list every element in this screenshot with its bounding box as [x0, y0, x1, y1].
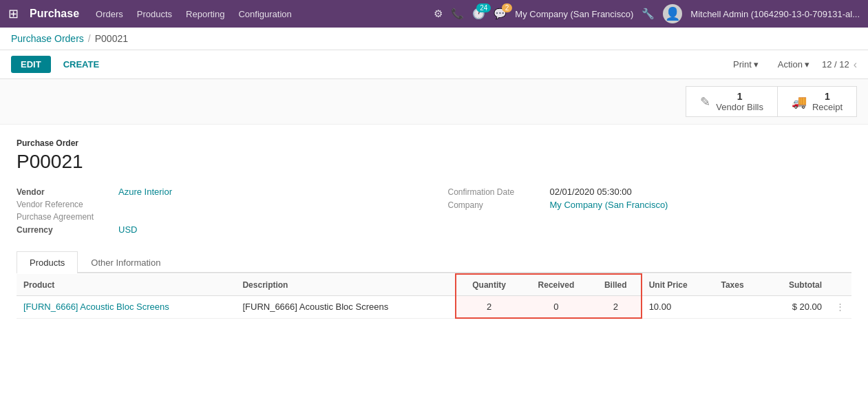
app-grid-icon[interactable]: ⊞ [8, 6, 19, 21]
pagination-text: 12 / 12 [822, 59, 849, 70]
clock-icon[interactable]: 🕐 24 [472, 8, 485, 20]
col-product: Product [17, 274, 235, 296]
vendor-ref-field: Vendor Reference [17, 200, 421, 209]
row-taxes [714, 296, 764, 319]
notifications-badge: 24 [476, 3, 491, 12]
confirmation-date-value: 02/01/2020 05:30:00 [550, 187, 632, 197]
confirmation-date-label: Confirmation Date [448, 187, 544, 197]
vendor-bills-button[interactable]: ✎ 1 Vendor Bills [686, 86, 777, 117]
messages-badge: 2 [502, 3, 513, 12]
vendor-bills-icon: ✎ [700, 94, 710, 109]
col-quantity: Quantity [456, 274, 522, 296]
col-subtotal: Subtotal [764, 274, 829, 296]
print-button[interactable]: Print ▾ [726, 56, 765, 73]
settings-icon[interactable]: ⚙ [434, 8, 443, 20]
company-selector[interactable]: My Company (San Francisco) [515, 9, 633, 19]
nav-configuration[interactable]: Configuration [238, 9, 291, 19]
table-row: [FURN_6666] Acoustic Bloc Screens [FURN_… [17, 296, 851, 319]
po-number: P00021 [17, 151, 851, 173]
user-name: Mitchell Admin (1064290-13-0-709131-al..… [690, 9, 860, 19]
nav-links: Orders Products Reporting Configuration [96, 9, 423, 19]
col-actions [829, 274, 851, 296]
pagination-prev-icon[interactable]: ‹ [854, 59, 857, 71]
col-billed: Billed [591, 274, 642, 296]
vendor-bills-count: 1 [716, 91, 763, 102]
row-description: [FURN_6666] Acoustic Bloc Screens [235, 296, 456, 319]
phone-icon[interactable]: 📞 [451, 8, 464, 20]
create-button[interactable]: CREATE [56, 56, 106, 73]
row-menu[interactable]: ⋮ [829, 296, 851, 319]
vendor-ref-label: Vendor Reference [17, 200, 113, 209]
vendor-value[interactable]: Azure Interior [118, 187, 172, 197]
print-dropdown-icon: ▾ [754, 59, 759, 70]
user-avatar[interactable]: 👤 [663, 4, 682, 23]
breadcrumb-parent[interactable]: Purchase Orders [11, 33, 84, 44]
company-value[interactable]: My Company (San Francisco) [550, 200, 668, 210]
nav-orders[interactable]: Orders [96, 9, 123, 19]
row-unit-price: 10.00 [642, 296, 714, 319]
row-subtotal: $ 20.00 [764, 296, 829, 319]
action-button[interactable]: Action ▾ [771, 56, 816, 73]
products-table: Product Description Quantity Received Bi… [17, 273, 851, 319]
form-content: Purchase Order P00021 Vendor Azure Inter… [0, 125, 868, 333]
currency-label: Currency [17, 225, 113, 235]
action-dropdown-icon: ▾ [805, 59, 809, 70]
smart-buttons-bar: ✎ 1 Vendor Bills 🚚 1 Receipt [0, 79, 868, 125]
company-field: Company My Company (San Francisco) [448, 200, 852, 210]
chat-icon[interactable]: 💬 2 [494, 8, 507, 20]
tab-products[interactable]: Products [17, 251, 78, 273]
row-billed: 2 [591, 296, 642, 319]
po-label: Purchase Order [17, 138, 851, 148]
edit-button[interactable]: EDIT [11, 56, 51, 73]
vendor-field: Vendor Azure Interior [17, 187, 421, 197]
purchase-agreement-field: Purchase Agreement [17, 212, 421, 222]
tab-other-information[interactable]: Other Information [78, 251, 173, 273]
col-received: Received [522, 274, 591, 296]
receipt-count: 1 [812, 91, 843, 102]
form-left: Vendor Azure Interior Vendor Reference P… [17, 187, 421, 238]
breadcrumb: Purchase Orders / P00021 [0, 28, 868, 50]
form-grid: Vendor Azure Interior Vendor Reference P… [17, 187, 851, 238]
purchase-agreement-label: Purchase Agreement [17, 212, 113, 222]
currency-field: Currency USD [17, 224, 421, 235]
breadcrumb-separator: / [88, 33, 91, 44]
nav-reporting[interactable]: Reporting [186, 9, 224, 19]
nav-products[interactable]: Products [137, 9, 172, 19]
row-quantity: 2 [456, 296, 522, 319]
col-description: Description [235, 274, 456, 296]
wrench-icon[interactable]: 🔧 [642, 8, 655, 20]
app-name: Purchase [30, 8, 79, 20]
pagination: 12 / 12 ‹ [822, 59, 857, 71]
table-header: Product Description Quantity Received Bi… [17, 274, 851, 296]
receipt-icon: 🚚 [792, 94, 807, 109]
toolbar: EDIT CREATE Print ▾ Action ▾ 12 / 12 ‹ [0, 50, 868, 79]
row-received: 0 [522, 296, 591, 319]
vendor-bills-label: Vendor Bills [716, 102, 763, 112]
breadcrumb-current: P00021 [95, 33, 128, 44]
row-product[interactable]: [FURN_6666] Acoustic Bloc Screens [17, 296, 235, 319]
tabs-bar: Products Other Information [17, 251, 851, 273]
main-card: ✎ 1 Vendor Bills 🚚 1 Receipt Purchase Or… [0, 79, 868, 333]
vendor-label: Vendor [17, 187, 113, 197]
receipt-button[interactable]: 🚚 1 Receipt [777, 86, 857, 117]
table-body: [FURN_6666] Acoustic Bloc Screens [FURN_… [17, 296, 851, 319]
receipt-label: Receipt [812, 102, 843, 112]
action-label: Action [778, 59, 803, 70]
col-taxes: Taxes [714, 274, 764, 296]
col-unit-price: Unit Price [642, 274, 714, 296]
currency-value: USD [118, 224, 137, 235]
nav-right: ⚙ 📞 🕐 24 💬 2 My Company (San Francisco) … [434, 4, 860, 23]
confirmation-date-field: Confirmation Date 02/01/2020 05:30:00 [448, 187, 852, 197]
company-label: Company [448, 200, 544, 210]
print-label: Print [733, 59, 752, 70]
top-navigation: ⊞ Purchase Orders Products Reporting Con… [0, 0, 868, 28]
form-right: Confirmation Date 02/01/2020 05:30:00 Co… [448, 187, 852, 238]
